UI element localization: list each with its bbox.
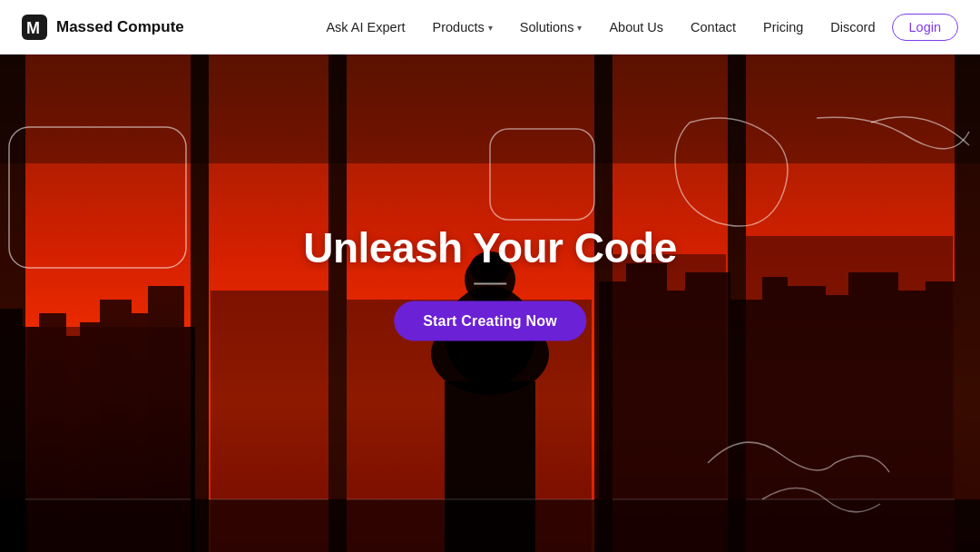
nav-pricing[interactable]: Pricing — [752, 15, 814, 40]
svg-rect-14 — [191, 54, 209, 552]
nav-links: Ask AI Expert Products ▾ Solutions ▾ Abo… — [315, 14, 958, 41]
nav-ask-ai-expert[interactable]: Ask AI Expert — [315, 15, 416, 40]
nav-discord[interactable]: Discord — [819, 15, 886, 40]
hero-title: Unleash Your Code — [303, 223, 677, 272]
navbar: M Massed Compute Ask AI Expert Products … — [0, 0, 980, 54]
svg-rect-35 — [746, 236, 953, 552]
hero-section: Unleash Your Code Start Creating Now — [0, 0, 980, 552]
brand-logo-link[interactable]: M Massed Compute — [22, 15, 184, 40]
svg-rect-31 — [27, 327, 191, 552]
brand-logo-icon: M — [22, 15, 47, 40]
nav-solutions[interactable]: Solutions ▾ — [509, 15, 593, 40]
svg-rect-18 — [955, 54, 980, 552]
hero-cta-button[interactable]: Start Creating Now — [394, 301, 586, 341]
svg-text:M: M — [26, 19, 40, 37]
nav-about-us[interactable]: About Us — [598, 15, 674, 40]
products-chevron-icon: ▾ — [488, 23, 493, 33]
brand-name: Massed Compute — [56, 18, 184, 36]
nav-contact[interactable]: Contact — [680, 15, 747, 40]
svg-rect-40 — [445, 381, 535, 552]
hero-content: Unleash Your Code Start Creating Now — [303, 223, 677, 341]
solutions-chevron-icon: ▾ — [577, 23, 582, 33]
hero-divider — [474, 283, 506, 285]
nav-products[interactable]: Products ▾ — [422, 15, 504, 40]
login-button[interactable]: Login — [892, 14, 958, 41]
